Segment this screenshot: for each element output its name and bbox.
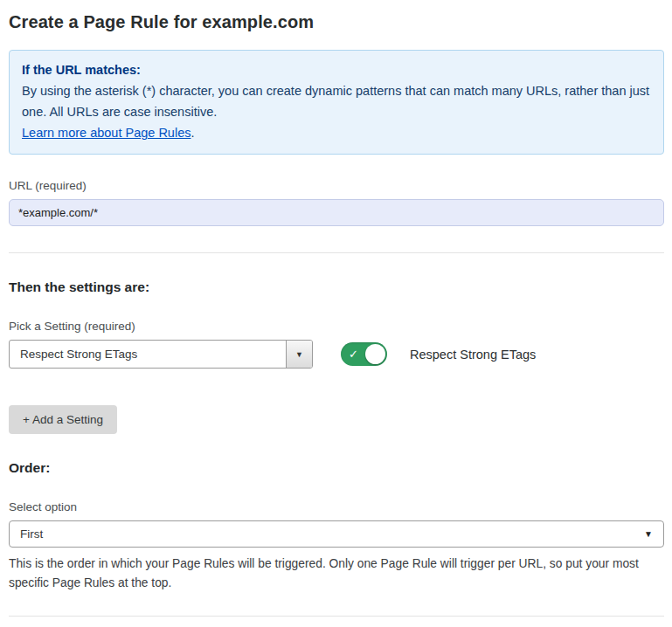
chevron-down-icon: ▼: [644, 529, 653, 539]
learn-more-link[interactable]: Learn more about Page Rules: [22, 126, 191, 140]
etags-toggle[interactable]: ✓: [341, 342, 387, 366]
toggle-knob: [365, 344, 385, 364]
url-field-label: URL (required): [9, 179, 664, 192]
page-title: Create a Page Rule for example.com: [9, 12, 664, 32]
order-help-text: This is the order in which your Page Rul…: [9, 555, 662, 593]
setting-toggle-group: ✓ Respect Strong ETags: [341, 342, 536, 366]
section-divider: [9, 252, 664, 253]
info-box-heading: If the URL matches:: [22, 59, 651, 80]
order-dropdown-value: First: [20, 527, 43, 541]
toggle-label: Respect Strong ETags: [410, 348, 536, 362]
link-suffix: .: [191, 126, 194, 140]
add-setting-button[interactable]: + Add a Setting: [9, 405, 117, 434]
setting-dropdown-value: Respect Strong ETags: [10, 341, 286, 368]
action-bar: Cancel Save as Draft Save and Deploy Pag…: [9, 616, 664, 627]
check-icon: ✓: [349, 347, 358, 362]
url-match-info-box: If the URL matches: By using the asteris…: [9, 50, 664, 155]
settings-section-heading: Then the settings are:: [9, 279, 664, 295]
order-dropdown[interactable]: First ▼: [9, 520, 664, 548]
pick-setting-label: Pick a Setting (required): [9, 320, 664, 333]
create-page-rule-form: Create a Page Rule for example.com If th…: [0, 0, 672, 627]
setting-dropdown[interactable]: Respect Strong ETags ▼: [9, 340, 313, 369]
order-section-heading: Order:: [9, 460, 664, 476]
url-input[interactable]: [9, 199, 664, 226]
chevron-down-icon[interactable]: ▼: [286, 341, 312, 368]
order-select-label: Select option: [9, 500, 664, 513]
info-box-link-line: Learn more about Page Rules.: [22, 122, 651, 143]
setting-row: Respect Strong ETags ▼ ✓ Respect Strong …: [9, 340, 664, 369]
info-box-body: By using the asterisk (*) character, you…: [22, 80, 651, 122]
